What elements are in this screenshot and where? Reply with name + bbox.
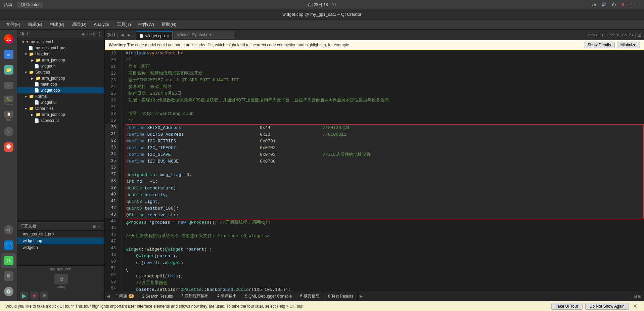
- toolbar-nav-back[interactable]: ◀: [119, 32, 125, 38]
- tree-item-other-files[interactable]: ▼ 📁 Other files: [17, 105, 104, 112]
- folder-icon-sources: 📁: [29, 70, 34, 75]
- open-docs-panel: 打开文档 ⊞ ⋮ my_gps_cat1.pro widget.cpp widg…: [17, 222, 104, 265]
- volume-icon[interactable]: 🔊: [601, 2, 606, 7]
- tree-item-sources-json[interactable]: ▶ 📁 arm_jsoncpp: [17, 75, 104, 81]
- tree-label-main-cpp: main.cpp: [41, 82, 57, 87]
- tree-item-widget-h[interactable]: 📄 widget.h: [17, 63, 104, 69]
- stop-button[interactable]: ■: [30, 292, 38, 300]
- take-tour-btn[interactable]: Take UI Tour: [551, 303, 583, 310]
- sidebar-icon-dvd[interactable]: 💿: [1, 284, 16, 299]
- symbol-selector[interactable]: <Select Symbol> ▼: [174, 31, 234, 39]
- bottom-tab-search-label: 2 Search Results: [142, 294, 173, 299]
- menu-analyze[interactable]: Analyze: [90, 20, 112, 28]
- tree-item-root[interactable]: ▼ ▾ my_gps_cat1: [17, 39, 104, 45]
- open-doc-widget-cpp[interactable]: widget.cpp: [17, 237, 104, 244]
- notification-close-btn[interactable]: ✕: [632, 303, 639, 309]
- menu-bar: 文件(F) 编辑(E) 构建(B) 调试(D) Analyze 工具(T) 控件…: [0, 19, 644, 30]
- folder-icon-h-json: 📁: [36, 58, 41, 62]
- menu-build[interactable]: 构建(B): [46, 20, 67, 29]
- menu-debug[interactable]: 调试(D): [68, 20, 90, 29]
- bottom-expand-left[interactable]: ◀: [105, 294, 112, 299]
- tree-label-widget-cpp: widget.cpp: [41, 88, 60, 93]
- bottom-tab-problems[interactable]: 1 问题 2: [112, 291, 138, 301]
- bottom-tab-summary[interactable]: 6 概要信息: [296, 291, 324, 301]
- menu-file[interactable]: 文件(F): [3, 20, 24, 29]
- sidebar-icon-vscode[interactable]: { }: [1, 238, 16, 253]
- sidebar-icon-settings[interactable]: ⚙: [1, 222, 16, 237]
- open-doc-widget-h[interactable]: widget.h: [17, 244, 104, 251]
- panel-home[interactable]: ⌂: [86, 32, 88, 36]
- menu-help[interactable]: 帮助(H): [158, 20, 180, 29]
- bottom-tab-app-output[interactable]: 3 应用程序输出: [177, 291, 213, 301]
- code-editor[interactable]: 19 20 21 22 23 24 25 26 27 28 29 30 31 3…: [105, 50, 644, 291]
- settings-btn[interactable]: ⚙: [40, 292, 48, 300]
- lang-indicator[interactable]: zh: [592, 2, 596, 7]
- expand-icon[interactable]: ⊞: [637, 32, 641, 38]
- sidebar-icon-desktop[interactable]: 🖥: [1, 269, 16, 283]
- open-doc-pro[interactable]: my_gps_cat1.pro: [17, 231, 104, 237]
- sidebar-icon-firefox[interactable]: 🦊: [1, 32, 16, 46]
- activities-label[interactable]: 活动: [4, 2, 12, 8]
- tree-item-pro[interactable]: 📄 my_gps_cat1.pro: [17, 45, 104, 51]
- tree-item-sources[interactable]: ▼ 📁 Sources: [17, 69, 104, 75]
- sidebar-icon-projects[interactable]: 📋 项目: [1, 109, 16, 124]
- tab-close-btn[interactable]: ×: [167, 34, 169, 38]
- bottom-resize-btns[interactable]: ⊟ ⊞: [631, 294, 644, 299]
- tree-label-sources: Sources: [35, 70, 50, 75]
- play-btn-area: ▶ ■ ⚙: [17, 290, 104, 301]
- code-line-53: //设置背景颜色: [126, 280, 644, 286]
- tree-item-widget-ui[interactable]: 📄 widget.ui: [17, 99, 104, 105]
- bottom-tab-compile[interactable]: 4 编译输出: [213, 291, 241, 301]
- file-icon-sconscript: 📄: [34, 118, 39, 123]
- show-details-btn[interactable]: Show Details: [584, 42, 615, 48]
- window-min-btn[interactable]: –: [638, 2, 640, 7]
- bottom-expand-right[interactable]: ▶: [358, 294, 365, 299]
- menu-tools[interactable]: 工具(T): [113, 20, 135, 29]
- window-close-btn[interactable]: ✕: [621, 2, 625, 7]
- sidebar-icon-appstore[interactable]: 🅐: [1, 140, 16, 154]
- tree-item-other-json[interactable]: ▶ 📁 arm_jsoncpp: [17, 112, 104, 118]
- toolbar-nav-fwd[interactable]: ▶: [126, 32, 132, 38]
- bottom-tab-app-label: 3 应用程序输出: [181, 293, 209, 299]
- file-icon-pro: 📄: [28, 46, 33, 50]
- tree-item-headers-json[interactable]: ▶ 📁 arm_jsoncpp: [17, 57, 104, 63]
- sidebar-icon-files[interactable]: 📁: [1, 62, 16, 77]
- open-docs-close[interactable]: ⋮: [98, 224, 102, 229]
- toolbar-project-label: 项目: [107, 32, 116, 38]
- minimize-btn[interactable]: Minimize: [617, 42, 640, 48]
- tree-item-main-cpp[interactable]: 📄 main.cpp: [17, 81, 104, 87]
- sidebar-icon-mail[interactable]: ✉: [1, 47, 16, 62]
- code-line-51: {: [126, 266, 644, 273]
- sidebar-icon-design[interactable]: ✏: [1, 78, 16, 93]
- sidebar-icon-debug[interactable]: 🐛 Debug: [1, 93, 16, 108]
- project-panel: 项目 ◀ ⌂ ≡ ⊞ ⋮ ▼ ▾ my_gps_cat1 📄 my_gps_ca…: [17, 30, 105, 301]
- do-not-show-btn[interactable]: Do Not Show Again: [585, 303, 629, 310]
- bottom-tab-qml[interactable]: 5 QML Debugger Console: [241, 291, 296, 301]
- power-icon[interactable]: ⏻: [612, 2, 616, 7]
- sidebar-icon-help[interactable]: ?: [1, 124, 16, 139]
- bottom-tab-test[interactable]: 8 Test Results: [324, 291, 358, 301]
- highlighted-block: #define SHT30_Address 0x44 //SHT30地址 #de…: [126, 124, 644, 219]
- panel-nav-back[interactable]: ◀: [81, 32, 84, 36]
- play-button[interactable]: ▶: [20, 292, 28, 300]
- tree-item-forms[interactable]: ▼ 📁 Forms: [17, 93, 104, 99]
- code-content[interactable]: #include<sys/select.h> /* 作者：阿正 项目名称：智慧物…: [122, 50, 644, 291]
- debug-monitor-icon[interactable]: 🖥: [54, 274, 68, 284]
- tree-label-forms: Forms: [35, 94, 47, 99]
- tree-item-sconscript[interactable]: 📄 sconscript: [17, 118, 104, 124]
- tree-item-widget-cpp[interactable]: 📄 widget.cpp: [17, 87, 104, 93]
- menu-controls[interactable]: 控件(W): [135, 20, 157, 29]
- open-docs-options[interactable]: ⊞: [93, 224, 96, 229]
- panel-split[interactable]: ⊞: [93, 32, 96, 36]
- tree-arrow-h-json: ▶: [31, 58, 36, 62]
- bottom-tab-search[interactable]: 2 Search Results: [138, 291, 177, 301]
- panel-options[interactable]: ⋮: [98, 32, 102, 36]
- sidebar-icon-qt[interactable]: Qt: [1, 253, 16, 268]
- file-tab[interactable]: 📄 widget.cpp ×: [136, 31, 173, 40]
- debug-info-label: my_gps_cat1: [50, 267, 72, 271]
- tree-item-headers[interactable]: ▼ 📁 Headers: [17, 51, 104, 57]
- window-max-btn[interactable]: □: [630, 2, 632, 7]
- system-datetime: 7月23日 18：17: [308, 2, 336, 8]
- panel-filter[interactable]: ≡: [89, 32, 92, 36]
- menu-edit[interactable]: 编辑(E): [25, 20, 46, 29]
